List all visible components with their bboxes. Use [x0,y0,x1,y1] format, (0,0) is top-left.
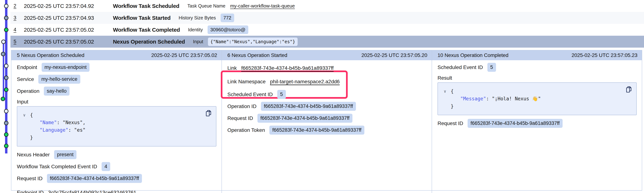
detail-panel-10: 10 Nexus Operation Completed2025-02-25 U… [432,50,642,193]
collapse-chevron-icon[interactable]: ∨ [22,111,30,119]
event-attribute: Input{"Name":"Nexus","Language":"es"} [193,37,298,46]
field-label: Result [438,75,452,81]
panel-timestamp: 2025-02-25 UTC 23:57:05.02 [151,52,217,58]
event-timeline [0,0,11,193]
event-row-2[interactable]: 22025-02-25 UTC 23:57:04.92Workflow Task… [10,0,644,12]
event-attribute: History Size Bytes772 [178,13,234,22]
field-value-badge: 5 [488,63,496,72]
event-number-link[interactable]: 2 [14,3,24,9]
json-plain: } [451,103,454,109]
field-row: Operationsay-hello [17,85,217,97]
field-value-link[interactable]: phil-target-namespace2.a2dd6 [270,79,340,85]
code-text: "Name": "Nexus", [40,119,86,126]
field-label: Operation Token [228,127,265,133]
event-row-3[interactable]: 32025-02-25 UTC 23:57:04.93Workflow Task… [10,12,644,24]
code-line: "Message": "¡Hola! Nexus 👋" [442,95,632,103]
event-timestamp: 2025-02-25 UTC 23:57:04.93 [24,15,113,21]
timeline-dot-green [4,133,8,137]
field-row: Operation Tokenf665283f-743e-4374-b45b-9… [228,124,427,136]
attribute-label: Identity [188,27,203,32]
attribute-label: History Size Bytes [178,15,216,20]
panel-header: 10 Nexus Operation Completed2025-02-25 U… [432,50,642,60]
field-value-badge: f665283f-743e-4374-b45b-9a61a89337ff [258,114,352,123]
field-label: Workflow Task Completed Event ID [17,164,97,170]
copy-button[interactable] [625,86,633,94]
field-value-badge: f665283f-743e-4374-b45b-9a61a89337ff [47,174,142,183]
event-number-link[interactable]: 3 [14,15,24,21]
timeline-dot-light [4,64,8,68]
field-row: Endpoint ID3c0c75ccfa8144b092c13ce632463… [17,187,217,193]
event-attribute: Identity30960@totoro@ [188,25,248,34]
panel-body: Scheduled Event ID5Result∨{"Message": "¡… [432,60,642,129]
json-plain: : "Nexus", [57,120,86,125]
field-label: Operation [17,88,40,94]
event-name: Workflow Task Scheduled [113,3,179,9]
json-plain: } [30,135,33,140]
timeline-dot-light [4,4,8,8]
code-line: } [442,103,632,110]
field-label: Service [17,76,34,82]
timeline-dot-green [1,97,5,101]
attribute-value-link[interactable]: my-caller-workflow-task-queue [230,3,295,9]
field-row: Operation IDf665283f-743e-4374-b45b-9a61… [228,100,427,112]
field-row: Linkf665283f-743e-4374-b45b-9a61a89337ff [228,61,427,75]
event-number-link[interactable]: 5 [14,39,24,44]
copy-icon [205,110,212,117]
event-detail-panels: 5 Nexus Operation Scheduled2025-02-25 UT… [11,50,642,191]
field-label: Endpoint ID [17,190,44,193]
panel-header: 6 Nexus Operation Started2025-02-25 UTC … [222,50,432,60]
field-label: Request ID [228,115,253,121]
field-value-badge: f665283f-743e-4374-b45b-9a61a89337ff [468,119,562,128]
field-label: Endpoint [17,64,37,70]
field-row: Request IDf665283f-743e-4374-b45b-9a61a8… [438,117,637,129]
field-row: Scheduled Event ID5 [438,61,637,73]
field-row: Nexus Headerpresent [17,149,217,161]
attribute-value-badge: 772 [220,13,234,22]
field-value-badge: my-hello-service [38,75,80,84]
event-name: Nexus Operation Scheduled [113,39,185,45]
code-line: ∨{ [442,88,632,95]
field-label: Request ID [17,176,42,182]
code-text: { [30,111,33,119]
timeline-dot-light [2,40,6,44]
event-row-4[interactable]: 42025-02-25 UTC 23:57:05.02Workflow Task… [10,24,644,36]
field-value-badge: 4 [102,162,110,171]
field-value-link[interactable]: f665283f-743e-4374-b45b-9a61a89337ff [241,65,334,71]
field-value-badge: 5 [277,90,286,99]
timeline-dot-green [4,88,8,92]
panel-body: Endpointmy-nexus-endpointServicemy-hello… [11,60,222,193]
event-timestamp: 2025-02-25 UTC 23:57:05.02 [24,27,113,33]
field-label: Operation ID [228,103,256,109]
panel-timestamp: 2025-02-25 UTC 23:57:05.20 [362,52,427,58]
field-value-badge: f665283f-743e-4374-b45b-9a61a89337ff [269,126,364,135]
field-label: Link Namespace [228,79,266,85]
field-row: Endpointmy-nexus-endpoint [17,61,217,73]
input-code-block: ∨{"Name": "Nexus","Language": "es"} [17,106,216,147]
field-label-row: Input [17,97,217,106]
event-number-link[interactable]: 4 [14,27,24,33]
field-label: Nexus Header [17,152,50,158]
code-line: "Name": "Nexus", [22,119,212,126]
code-line: ∨{ [22,111,212,119]
workflow-history-screen: 22025-02-25 UTC 23:57:04.92Workflow Task… [0,0,644,193]
collapse-chevron-icon [442,95,451,103]
collapse-chevron-icon [22,134,30,141]
attribute-label: Input [193,39,203,44]
attribute-label: Task Queue Name [188,3,225,8]
code-text: } [451,103,454,110]
timeline-dot-gray [4,121,8,125]
field-row: Request IDf665283f-743e-4374-b45b-9a61a8… [17,173,217,185]
code-text: { [451,88,454,95]
attribute-value-badge: 30960@totoro@ [208,25,248,34]
copy-button[interactable] [205,110,212,118]
field-value-link[interactable]: 3c0c75ccfa8144b092c13ce632463761 [48,190,136,193]
event-row-5[interactable]: 52025-02-25 UTC 23:57:05.02Nexus Operati… [10,36,644,48]
code-text: "Language": "es" [40,126,86,134]
field-row: Servicemy-hello-service [17,73,217,85]
field-label: Input [17,99,28,105]
field-label: Request ID [438,121,463,126]
code-line: "Language": "es" [22,126,212,134]
collapse-chevron-icon[interactable]: ∨ [442,88,451,95]
json-plain: : "es" [68,127,86,133]
code-text: } [30,134,33,141]
